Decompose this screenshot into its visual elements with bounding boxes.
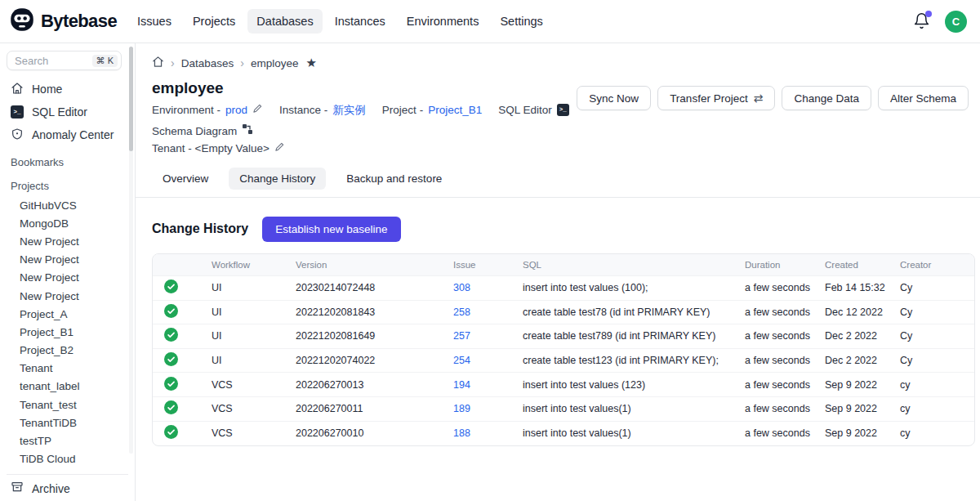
workflow-cell: UI bbox=[198, 348, 283, 373]
issue-link[interactable]: 189 bbox=[453, 403, 470, 414]
table-row[interactable]: UI 20221202081649 257 create table test7… bbox=[153, 324, 975, 349]
environment-label: Environment - bbox=[152, 101, 220, 119]
table-row[interactable]: VCS 202206270010 188 insert into test va… bbox=[153, 421, 975, 445]
success-check-icon bbox=[164, 304, 178, 318]
issue-link[interactable]: 258 bbox=[453, 306, 470, 318]
created-cell: Sep 9 2022 bbox=[812, 373, 887, 397]
schema-diagram-label[interactable]: Schema Diagram bbox=[152, 123, 237, 141]
transfer-arrows-icon: ⇄ bbox=[754, 92, 764, 105]
sidebar-item-archive[interactable]: Archive bbox=[7, 477, 135, 500]
sidebar-project-item[interactable]: Tenant bbox=[7, 360, 135, 378]
menu-item[interactable]: Issues bbox=[128, 9, 180, 34]
column-header: Version bbox=[283, 254, 440, 276]
sql-editor-icon[interactable]: >_ bbox=[557, 104, 569, 116]
sidebar-item-label: Anomaly Center bbox=[32, 128, 114, 141]
sidebar-project-item[interactable]: GitHubVCS bbox=[7, 196, 135, 214]
search-input[interactable]: Search ⌘ K bbox=[7, 51, 122, 70]
issue-link[interactable]: 194 bbox=[453, 379, 470, 391]
database-actions: Sync Now Transfer Project ⇄ Change Data … bbox=[577, 86, 969, 110]
bookmark-star-icon[interactable]: ★ bbox=[305, 56, 316, 70]
created-cell: Dec 2 2022 bbox=[812, 348, 887, 373]
sidebar-project-item[interactable]: Project_A bbox=[7, 305, 135, 323]
bytebase-logo[interactable]: Bytebase bbox=[10, 7, 117, 35]
sidebar-project-item[interactable]: Project_B1 bbox=[7, 323, 135, 341]
sidebar-project-item[interactable]: New Project bbox=[7, 251, 135, 269]
duration-cell: a few seconds bbox=[732, 300, 812, 324]
issue-link[interactable]: 257 bbox=[453, 330, 470, 342]
instance-link[interactable]: 新实例 bbox=[332, 101, 366, 119]
table-row[interactable]: VCS 202206270011 189 insert into test va… bbox=[153, 396, 975, 421]
database-meta: Environment - prod Instance - 新实例 Projec… bbox=[136, 101, 626, 158]
edit-pen-icon[interactable] bbox=[252, 101, 263, 119]
sql-cell: insert into test values (123) bbox=[510, 373, 732, 397]
section-title: Change History bbox=[152, 221, 248, 236]
sidebar-item-sql-editor[interactable]: >_ SQL Editor bbox=[7, 101, 135, 123]
project-link[interactable]: Project_B1 bbox=[428, 101, 482, 119]
sql-editor-label[interactable]: SQL Editor bbox=[498, 101, 552, 119]
sidebar-project-item[interactable]: TenantTiDB bbox=[7, 414, 135, 432]
divider bbox=[7, 474, 128, 475]
column-header: Workflow bbox=[198, 254, 283, 276]
menu-item[interactable]: Settings bbox=[491, 9, 551, 34]
sidebar: Search ⌘ K Home >_ SQL Editor bbox=[0, 43, 136, 501]
topbar-right: C bbox=[913, 11, 967, 33]
version-cell: 20221202081843 bbox=[283, 300, 440, 324]
workflow-cell: VCS bbox=[198, 373, 283, 397]
top-navbar: Bytebase Issues Projects Databases Insta… bbox=[0, 0, 980, 43]
sidebar-project-item[interactable]: Project_B2 bbox=[7, 342, 135, 360]
tab[interactable]: Overview bbox=[152, 168, 219, 190]
tenant-edit-pencil-icon[interactable] bbox=[274, 140, 285, 158]
version-cell: 20221202074022 bbox=[283, 348, 440, 373]
search-placeholder: Search bbox=[15, 55, 48, 67]
issue-link[interactable]: 188 bbox=[453, 427, 470, 439]
sidebar-item-anomaly-center[interactable]: Anomaly Center bbox=[7, 123, 135, 146]
sidebar-item-label: Home bbox=[32, 83, 62, 96]
sidebar-project-item[interactable]: Tenant_test bbox=[7, 396, 135, 414]
creator-cell: cy bbox=[887, 421, 975, 445]
notification-bell-icon[interactable] bbox=[913, 12, 931, 30]
table-row[interactable]: UI 20230214072448 308 insert into test v… bbox=[153, 276, 975, 301]
sidebar-project-item[interactable]: tenant_label bbox=[7, 378, 135, 396]
sidebar-project-item[interactable]: New Project bbox=[7, 232, 135, 250]
menu-item[interactable]: Projects bbox=[184, 9, 244, 34]
avatar[interactable]: C bbox=[945, 11, 967, 33]
tab[interactable]: Backup and restore bbox=[336, 168, 452, 190]
database-tabs: Overview Change History Backup and resto… bbox=[136, 168, 980, 198]
created-cell: Sep 9 2022 bbox=[812, 421, 887, 445]
column-header: SQL bbox=[510, 254, 732, 276]
breadcrumb-separator: › bbox=[240, 56, 244, 69]
schema-diagram-icon[interactable] bbox=[242, 123, 253, 141]
tab[interactable]: Change History bbox=[229, 168, 326, 190]
sidebar-project-item[interactable]: New Project bbox=[7, 269, 135, 287]
issue-link[interactable]: 254 bbox=[453, 355, 470, 366]
breadcrumb-databases[interactable]: Databases bbox=[181, 57, 234, 69]
column-header: Creator bbox=[887, 254, 975, 276]
menu-item[interactable]: Databases bbox=[247, 9, 322, 34]
environment-link[interactable]: prod bbox=[225, 101, 247, 119]
breadcrumb: › Databases › employee ★ bbox=[136, 43, 980, 70]
breadcrumb-employee[interactable]: employee bbox=[251, 57, 299, 69]
sidebar-project-item[interactable]: MongoDB bbox=[7, 214, 135, 232]
sidebar-project-item[interactable]: New Project bbox=[7, 287, 135, 305]
issue-link[interactable]: 308 bbox=[453, 282, 470, 293]
sidebar-scrollbar-thumb[interactable] bbox=[129, 47, 133, 151]
establish-baseline-button[interactable]: Establish new baseline bbox=[262, 217, 400, 242]
menu-item[interactable]: Instances bbox=[326, 9, 394, 34]
table-row[interactable]: VCS 202206270013 194 insert into test va… bbox=[153, 373, 975, 397]
duration-cell: a few seconds bbox=[732, 421, 812, 445]
table-row[interactable]: UI 20221202081843 258 create table test7… bbox=[153, 300, 975, 324]
menu-item[interactable]: Environments bbox=[398, 9, 488, 34]
action-button[interactable]: Alter Schema bbox=[878, 86, 969, 110]
breadcrumb-home-icon[interactable] bbox=[152, 56, 164, 70]
action-button[interactable]: Transfer Project ⇄ bbox=[657, 86, 775, 110]
sidebar-project-item[interactable]: TiDB Cloud bbox=[7, 450, 135, 468]
column-header bbox=[153, 254, 198, 276]
table-row[interactable]: UI 20221202074022 254 create table test1… bbox=[153, 348, 975, 373]
success-check-icon bbox=[164, 328, 178, 342]
sidebar-item-home[interactable]: Home bbox=[7, 78, 135, 101]
action-button[interactable]: Change Data bbox=[782, 86, 871, 110]
column-header: Created bbox=[812, 254, 887, 276]
workflow-cell: VCS bbox=[198, 421, 283, 445]
sidebar-project-item[interactable]: testTP bbox=[7, 432, 135, 450]
action-button[interactable]: Sync Now bbox=[577, 86, 651, 110]
